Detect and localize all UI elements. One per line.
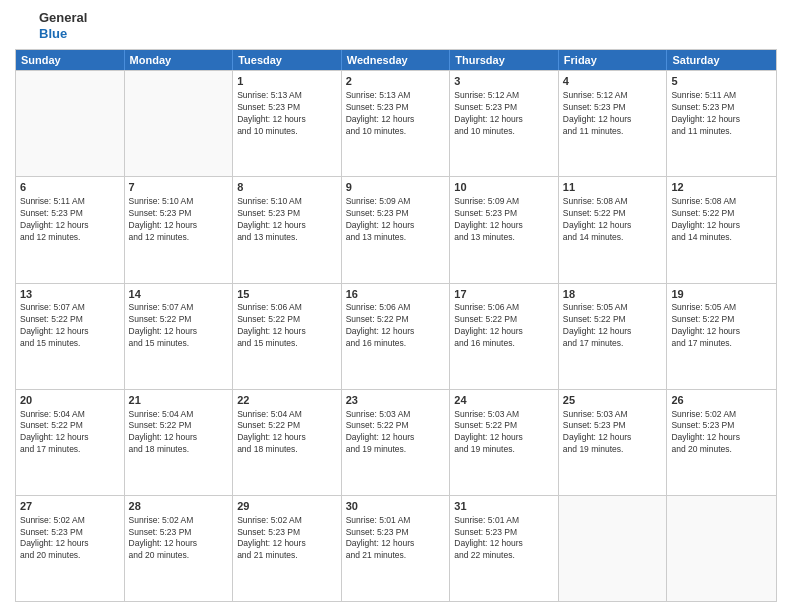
day-number: 12 <box>671 180 772 195</box>
day-number: 7 <box>129 180 229 195</box>
day-info: Sunrise: 5:04 AM Sunset: 5:22 PM Dayligh… <box>129 409 229 457</box>
day-info: Sunrise: 5:13 AM Sunset: 5:23 PM Dayligh… <box>237 90 337 138</box>
day-info: Sunrise: 5:02 AM Sunset: 5:23 PM Dayligh… <box>20 515 120 563</box>
day-info: Sunrise: 5:03 AM Sunset: 5:22 PM Dayligh… <box>346 409 446 457</box>
week-row-4: 27Sunrise: 5:02 AM Sunset: 5:23 PM Dayli… <box>16 495 776 601</box>
header: General Blue <box>15 10 777 41</box>
logo-text: General Blue <box>39 10 87 41</box>
day-cell-25: 25Sunrise: 5:03 AM Sunset: 5:23 PM Dayli… <box>559 390 668 495</box>
day-info: Sunrise: 5:13 AM Sunset: 5:23 PM Dayligh… <box>346 90 446 138</box>
day-info: Sunrise: 5:12 AM Sunset: 5:23 PM Dayligh… <box>454 90 554 138</box>
day-number: 15 <box>237 287 337 302</box>
day-cell-7: 7Sunrise: 5:10 AM Sunset: 5:23 PM Daylig… <box>125 177 234 282</box>
day-number: 29 <box>237 499 337 514</box>
day-info: Sunrise: 5:07 AM Sunset: 5:22 PM Dayligh… <box>129 302 229 350</box>
day-number: 27 <box>20 499 120 514</box>
day-cell-10: 10Sunrise: 5:09 AM Sunset: 5:23 PM Dayli… <box>450 177 559 282</box>
day-info: Sunrise: 5:08 AM Sunset: 5:22 PM Dayligh… <box>671 196 772 244</box>
day-info: Sunrise: 5:11 AM Sunset: 5:23 PM Dayligh… <box>20 196 120 244</box>
day-cell-14: 14Sunrise: 5:07 AM Sunset: 5:22 PM Dayli… <box>125 284 234 389</box>
day-info: Sunrise: 5:01 AM Sunset: 5:23 PM Dayligh… <box>346 515 446 563</box>
header-day-friday: Friday <box>559 50 668 70</box>
day-cell-31: 31Sunrise: 5:01 AM Sunset: 5:23 PM Dayli… <box>450 496 559 601</box>
day-cell-8: 8Sunrise: 5:10 AM Sunset: 5:23 PM Daylig… <box>233 177 342 282</box>
day-cell-11: 11Sunrise: 5:08 AM Sunset: 5:22 PM Dayli… <box>559 177 668 282</box>
day-number: 13 <box>20 287 120 302</box>
day-number: 23 <box>346 393 446 408</box>
empty-cell <box>16 71 125 176</box>
day-number: 28 <box>129 499 229 514</box>
day-info: Sunrise: 5:06 AM Sunset: 5:22 PM Dayligh… <box>237 302 337 350</box>
day-number: 6 <box>20 180 120 195</box>
header-day-wednesday: Wednesday <box>342 50 451 70</box>
day-cell-17: 17Sunrise: 5:06 AM Sunset: 5:22 PM Dayli… <box>450 284 559 389</box>
day-info: Sunrise: 5:03 AM Sunset: 5:22 PM Dayligh… <box>454 409 554 457</box>
day-cell-19: 19Sunrise: 5:05 AM Sunset: 5:22 PM Dayli… <box>667 284 776 389</box>
day-cell-27: 27Sunrise: 5:02 AM Sunset: 5:23 PM Dayli… <box>16 496 125 601</box>
header-day-saturday: Saturday <box>667 50 776 70</box>
day-cell-9: 9Sunrise: 5:09 AM Sunset: 5:23 PM Daylig… <box>342 177 451 282</box>
day-cell-22: 22Sunrise: 5:04 AM Sunset: 5:22 PM Dayli… <box>233 390 342 495</box>
day-number: 9 <box>346 180 446 195</box>
day-cell-20: 20Sunrise: 5:04 AM Sunset: 5:22 PM Dayli… <box>16 390 125 495</box>
header-day-sunday: Sunday <box>16 50 125 70</box>
day-number: 2 <box>346 74 446 89</box>
day-number: 11 <box>563 180 663 195</box>
day-info: Sunrise: 5:04 AM Sunset: 5:22 PM Dayligh… <box>20 409 120 457</box>
week-row-0: 1Sunrise: 5:13 AM Sunset: 5:23 PM Daylig… <box>16 70 776 176</box>
day-cell-24: 24Sunrise: 5:03 AM Sunset: 5:22 PM Dayli… <box>450 390 559 495</box>
day-info: Sunrise: 5:02 AM Sunset: 5:23 PM Dayligh… <box>671 409 772 457</box>
day-info: Sunrise: 5:06 AM Sunset: 5:22 PM Dayligh… <box>454 302 554 350</box>
day-cell-15: 15Sunrise: 5:06 AM Sunset: 5:22 PM Dayli… <box>233 284 342 389</box>
day-number: 17 <box>454 287 554 302</box>
day-info: Sunrise: 5:06 AM Sunset: 5:22 PM Dayligh… <box>346 302 446 350</box>
day-cell-23: 23Sunrise: 5:03 AM Sunset: 5:22 PM Dayli… <box>342 390 451 495</box>
day-cell-21: 21Sunrise: 5:04 AM Sunset: 5:22 PM Dayli… <box>125 390 234 495</box>
day-info: Sunrise: 5:08 AM Sunset: 5:22 PM Dayligh… <box>563 196 663 244</box>
logo: General Blue <box>15 10 87 41</box>
day-cell-1: 1Sunrise: 5:13 AM Sunset: 5:23 PM Daylig… <box>233 71 342 176</box>
header-day-monday: Monday <box>125 50 234 70</box>
day-number: 5 <box>671 74 772 89</box>
day-number: 19 <box>671 287 772 302</box>
day-number: 8 <box>237 180 337 195</box>
day-info: Sunrise: 5:04 AM Sunset: 5:22 PM Dayligh… <box>237 409 337 457</box>
day-info: Sunrise: 5:09 AM Sunset: 5:23 PM Dayligh… <box>346 196 446 244</box>
day-number: 21 <box>129 393 229 408</box>
day-info: Sunrise: 5:07 AM Sunset: 5:22 PM Dayligh… <box>20 302 120 350</box>
day-number: 3 <box>454 74 554 89</box>
day-cell-29: 29Sunrise: 5:02 AM Sunset: 5:23 PM Dayli… <box>233 496 342 601</box>
day-cell-4: 4Sunrise: 5:12 AM Sunset: 5:23 PM Daylig… <box>559 71 668 176</box>
calendar-header: SundayMondayTuesdayWednesdayThursdayFrid… <box>16 50 776 70</box>
header-day-tuesday: Tuesday <box>233 50 342 70</box>
week-row-1: 6Sunrise: 5:11 AM Sunset: 5:23 PM Daylig… <box>16 176 776 282</box>
day-cell-3: 3Sunrise: 5:12 AM Sunset: 5:23 PM Daylig… <box>450 71 559 176</box>
day-cell-12: 12Sunrise: 5:08 AM Sunset: 5:22 PM Dayli… <box>667 177 776 282</box>
day-number: 4 <box>563 74 663 89</box>
day-number: 24 <box>454 393 554 408</box>
day-info: Sunrise: 5:01 AM Sunset: 5:23 PM Dayligh… <box>454 515 554 563</box>
day-number: 10 <box>454 180 554 195</box>
day-number: 20 <box>20 393 120 408</box>
day-cell-2: 2Sunrise: 5:13 AM Sunset: 5:23 PM Daylig… <box>342 71 451 176</box>
calendar-body: 1Sunrise: 5:13 AM Sunset: 5:23 PM Daylig… <box>16 70 776 601</box>
empty-cell <box>559 496 668 601</box>
day-info: Sunrise: 5:05 AM Sunset: 5:22 PM Dayligh… <box>563 302 663 350</box>
day-cell-6: 6Sunrise: 5:11 AM Sunset: 5:23 PM Daylig… <box>16 177 125 282</box>
day-cell-30: 30Sunrise: 5:01 AM Sunset: 5:23 PM Dayli… <box>342 496 451 601</box>
day-number: 16 <box>346 287 446 302</box>
day-info: Sunrise: 5:02 AM Sunset: 5:23 PM Dayligh… <box>129 515 229 563</box>
week-row-3: 20Sunrise: 5:04 AM Sunset: 5:22 PM Dayli… <box>16 389 776 495</box>
day-number: 18 <box>563 287 663 302</box>
day-number: 22 <box>237 393 337 408</box>
day-info: Sunrise: 5:11 AM Sunset: 5:23 PM Dayligh… <box>671 90 772 138</box>
day-number: 31 <box>454 499 554 514</box>
day-cell-13: 13Sunrise: 5:07 AM Sunset: 5:22 PM Dayli… <box>16 284 125 389</box>
header-day-thursday: Thursday <box>450 50 559 70</box>
day-info: Sunrise: 5:02 AM Sunset: 5:23 PM Dayligh… <box>237 515 337 563</box>
calendar: SundayMondayTuesdayWednesdayThursdayFrid… <box>15 49 777 602</box>
day-number: 26 <box>671 393 772 408</box>
page: General Blue SundayMondayTuesdayWednesda… <box>0 0 792 612</box>
day-info: Sunrise: 5:12 AM Sunset: 5:23 PM Dayligh… <box>563 90 663 138</box>
empty-cell <box>125 71 234 176</box>
